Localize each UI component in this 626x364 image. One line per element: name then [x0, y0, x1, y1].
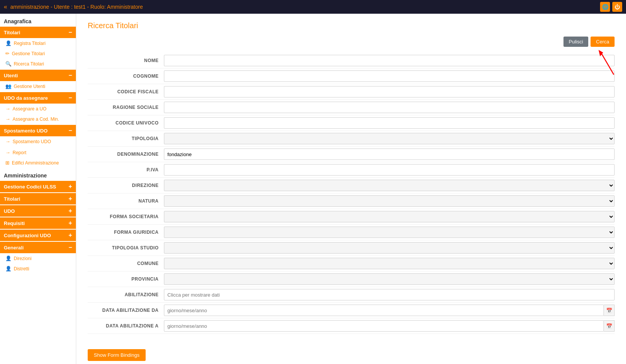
sidebar-item-label: Edifici Amministrazione	[12, 160, 59, 166]
topbar-icons: 🌐 ⏻	[600, 2, 622, 12]
arrow-icon: →	[5, 150, 10, 155]
abilitazione-input[interactable]	[164, 289, 615, 300]
sidebar-group-items-generali: 👤 Direzioni 👤 Distretti	[0, 253, 76, 274]
nome-input[interactable]	[164, 55, 615, 66]
forma-giuridica-select[interactable]	[164, 227, 615, 238]
form-row-tipologia-studio: TIPOLOGIA STUDIO	[88, 240, 615, 256]
cognome-input[interactable]	[164, 70, 615, 82]
data-abilitazione-da-input[interactable]	[164, 305, 604, 316]
sidebar-toggle: +	[69, 184, 72, 190]
label-tipologia-studio: TIPOLOGIA STUDIO	[88, 240, 164, 256]
tipologia-select[interactable]	[164, 133, 615, 144]
calendar-da-icon[interactable]: 📅	[604, 305, 615, 316]
search-icon: 🔍	[5, 61, 11, 67]
sidebar-group-header-configurazioni-udo[interactable]: Configurazioni UDO +	[0, 230, 76, 241]
sidebar-group-header-titolari-admin[interactable]: Titolari +	[0, 193, 76, 204]
sidebar-item-assegnare-cod-min[interactable]: → Assegnare a Cod. Min.	[0, 114, 76, 124]
sidebar-section-amministrazione: Amministrazione	[0, 168, 76, 181]
sidebar-item-registra-titolari[interactable]: 👤 Registra Titolari	[0, 38, 76, 48]
forma-societaria-select[interactable]	[164, 211, 615, 222]
input-cell-provincia	[164, 271, 615, 287]
sidebar-group-label: UDO	[4, 208, 15, 214]
main-content: Ricerca Titolari Pulisci Cerca NOME	[76, 14, 626, 364]
sidebar-item-label: Ricerca Titolari	[14, 61, 44, 67]
sidebar-group-header-generali[interactable]: Generali −	[0, 242, 76, 253]
label-denominazione: DENOMINAZIONE	[88, 147, 164, 162]
sidebar-group-header-spostamento-udo[interactable]: Spostamento UDO −	[0, 125, 76, 136]
data-abilitazione-a-input[interactable]	[164, 320, 604, 332]
grid-icon: ⊞	[5, 160, 10, 166]
sidebar-group-header-udo-assegnare[interactable]: UDO da assegnare −	[0, 92, 76, 104]
topbar-chevron[interactable]: «	[4, 3, 7, 10]
input-cell-cognome	[164, 69, 615, 84]
sidebar-group-header-udo-admin[interactable]: UDO +	[0, 205, 76, 217]
calendar-a-icon[interactable]: 📅	[604, 320, 615, 332]
sidebar-item-edifici[interactable]: ⊞ Edifici Amministrazione	[0, 158, 76, 168]
tipologia-studio-select[interactable]	[164, 242, 615, 254]
sidebar-item-ricerca-titolari[interactable]: 🔍 Ricerca Titolari	[0, 59, 76, 69]
sidebar-item-spostamento-udo[interactable]: → Spostamento UDO	[0, 136, 76, 147]
sidebar: Anagrafica Titolari − 👤 Registra Titolar…	[0, 14, 76, 364]
comune-select[interactable]	[164, 258, 615, 269]
direzione-select[interactable]	[164, 180, 615, 191]
sidebar-group-header-requisiti[interactable]: Requisiti +	[0, 217, 76, 229]
page-title: Ricerca Titolari	[88, 21, 615, 34]
provincia-select[interactable]	[164, 273, 615, 285]
form-row-natura: NATURA	[88, 193, 615, 209]
input-cell-codice-fiscale	[164, 84, 615, 100]
sidebar-item-gestione-titolari[interactable]: ✏ Gestione Titolari	[0, 48, 76, 59]
sidebar-group-header-utenti[interactable]: Utenti −	[0, 70, 76, 81]
label-comune: COMUNE	[88, 256, 164, 271]
piva-input[interactable]	[164, 164, 615, 176]
denominazione-input[interactable]	[164, 148, 615, 160]
form-row-direzione: DIREZIONE	[88, 178, 615, 193]
input-cell-nome	[164, 53, 615, 69]
toolbar: Pulisci Cerca	[563, 37, 615, 47]
sidebar-item-gestione-utenti[interactable]: 👥 Gestione Utenti	[0, 81, 76, 91]
input-cell-tipologia	[164, 131, 615, 147]
pulisci-button[interactable]: Pulisci	[563, 37, 589, 47]
sidebar-item-label: Report	[13, 150, 26, 155]
natura-select[interactable]	[164, 195, 615, 207]
input-cell-forma-giuridica	[164, 225, 615, 240]
sidebar-group-header-gestione-codici[interactable]: Gestione Codici ULSS +	[0, 181, 76, 192]
input-cell-piva	[164, 162, 615, 178]
power-button[interactable]: ⏻	[612, 2, 622, 12]
form-row-tipologia: TIPOLOGIA	[88, 131, 615, 147]
sidebar-group-header-titolari[interactable]: Titolari −	[0, 27, 76, 38]
form-row-forma-giuridica: FORMA GIURIDICA	[88, 225, 615, 240]
sidebar-group-udo-assegnare: UDO da assegnare − → Assegnare a UO → As…	[0, 92, 76, 124]
show-form-bindings-button[interactable]: Show Form Bindings	[88, 349, 146, 361]
sidebar-group-label: Gestione Codici ULSS	[4, 184, 56, 190]
sidebar-item-direzioni[interactable]: 👤 Direzioni	[0, 253, 76, 263]
globe-button[interactable]: 🌐	[600, 2, 610, 12]
sidebar-item-report[interactable]: → Report	[0, 147, 76, 158]
topbar-title: amministrazione - Utente : test1 - Ruolo…	[10, 4, 597, 10]
sidebar-group-configurazioni-udo: Configurazioni UDO +	[0, 230, 76, 241]
label-nome: NOME	[88, 53, 164, 69]
form-row-abilitazione: ABILITAZIONE	[88, 287, 615, 303]
label-direzione: DIREZIONE	[88, 178, 164, 193]
codice-univoco-input[interactable]	[164, 117, 615, 129]
cerca-button[interactable]: Cerca	[591, 37, 615, 47]
show-bindings-wrapper: Show Form Bindings	[88, 342, 615, 361]
sidebar-item-label: Assegnare a UO	[13, 106, 47, 112]
sidebar-item-assegnare-uo[interactable]: → Assegnare a UO	[0, 104, 76, 114]
topbar: « amministrazione - Utente : test1 - Ruo…	[0, 0, 626, 14]
sidebar-group-items-spostamento-udo: → Spostamento UDO	[0, 136, 76, 147]
form-row-codice-univoco: CODICE UNIVOCO	[88, 115, 615, 131]
sidebar-toggle: +	[69, 220, 72, 226]
sidebar-group-label-utenti: Utenti	[4, 73, 18, 78]
sidebar-toggle-titolari: −	[69, 29, 72, 35]
label-data-abilitazione-da: DATA ABILITAZIONE DA	[88, 303, 164, 318]
sidebar-item-distretti[interactable]: 👤 Distretti	[0, 263, 76, 274]
ragione-sociale-input[interactable]	[164, 102, 615, 113]
sidebar-section-anagrafica: Anagrafica	[0, 14, 76, 27]
label-provincia: PROVINCIA	[88, 271, 164, 287]
input-cell-tipologia-studio	[164, 240, 615, 256]
arrow-icon: →	[5, 106, 10, 112]
form-row-codice-fiscale: CODICE FISCALE	[88, 84, 615, 100]
codice-fiscale-input[interactable]	[164, 86, 615, 97]
label-forma-giuridica: FORMA GIURIDICA	[88, 225, 164, 240]
sidebar-group-items-udo-assegnare: → Assegnare a UO → Assegnare a Cod. Min.	[0, 104, 76, 124]
